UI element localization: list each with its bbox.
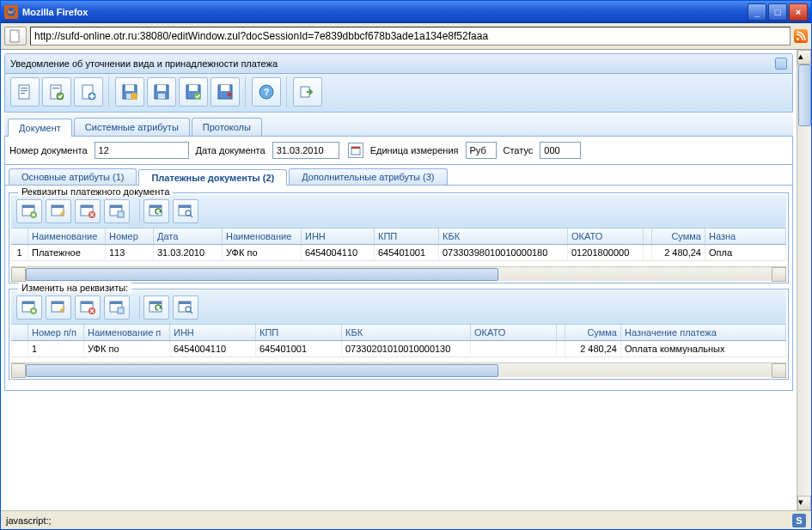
g1-hdr-kpp[interactable]: КПП xyxy=(375,228,439,244)
svg-rect-21 xyxy=(158,94,165,99)
g2-hdr-name[interactable]: Наименование п xyxy=(84,325,170,340)
fieldset-change-to: Изменить на реквизиты: Номер п/п Наимен xyxy=(9,289,789,380)
g2-add[interactable] xyxy=(16,295,42,320)
g1-hdr-date[interactable]: Дата xyxy=(154,228,223,244)
svg-rect-41 xyxy=(110,205,122,208)
g1-edit[interactable] xyxy=(46,199,71,223)
g1-hdr-okato[interactable]: ОКАТО xyxy=(568,228,644,244)
g1-hdr-rownum[interactable] xyxy=(11,228,28,244)
tab-document[interactable]: Документ xyxy=(8,119,72,137)
date-input[interactable] xyxy=(272,142,339,159)
close-button[interactable]: × xyxy=(789,3,808,21)
g2-hdr-stub[interactable] xyxy=(11,325,28,340)
g2-hdr-inn[interactable]: ИНН xyxy=(170,325,256,340)
subtab-main-attrs[interactable]: Основные атрибуты (1) xyxy=(9,168,137,185)
svg-rect-5 xyxy=(21,88,27,88)
panel-header: Уведомление об уточнении вида и принадле… xyxy=(4,53,793,74)
tb-save4[interactable] xyxy=(211,77,240,107)
g1-hscroll[interactable] xyxy=(11,266,786,281)
unit-input[interactable] xyxy=(466,142,497,159)
g2-copy[interactable] xyxy=(104,295,130,320)
status-icon[interactable]: S xyxy=(792,514,806,527)
g2-hdr-purpose[interactable]: Назначение платежа xyxy=(621,325,786,340)
g2-refresh[interactable] xyxy=(143,295,169,320)
calendar-icon[interactable] xyxy=(348,143,363,158)
g1-delete[interactable] xyxy=(75,199,101,223)
svg-rect-26 xyxy=(221,85,229,91)
subtab-payment-docs[interactable]: Платежные документы (2) xyxy=(138,169,287,186)
collapse-icon[interactable] xyxy=(775,58,787,70)
tb-export[interactable] xyxy=(293,77,322,107)
svg-rect-60 xyxy=(118,308,124,314)
tb-save3[interactable] xyxy=(179,77,208,107)
g1-search[interactable] xyxy=(173,199,198,223)
tab-protocols[interactable]: Протоколы xyxy=(192,118,262,136)
maximize-button[interactable]: □ xyxy=(768,3,787,21)
fieldset-payment-doc: Реквизиты платежного документа Наименова… xyxy=(9,192,789,283)
g2-row[interactable]: 1 УФК по 6454004110 645401001 0733020101… xyxy=(11,341,786,357)
tb-doc1[interactable] xyxy=(10,77,40,107)
g1-hdr-name2[interactable]: Наименование xyxy=(223,228,302,244)
g2-edit[interactable] xyxy=(46,295,71,320)
tb-doc3[interactable] xyxy=(74,77,103,107)
g2-hdr-okato[interactable]: ОКАТО xyxy=(471,325,557,340)
status-input[interactable] xyxy=(540,142,581,159)
svg-rect-62 xyxy=(150,302,162,304)
svg-text:?: ? xyxy=(264,87,270,97)
g2-hdr-kbk[interactable]: КБК xyxy=(342,325,471,340)
g2-delete[interactable] xyxy=(75,295,101,320)
svg-rect-51 xyxy=(22,302,34,304)
window-title: Mozilla Firefox xyxy=(22,7,748,17)
g1-hdr-purpose[interactable]: Назна xyxy=(705,228,786,244)
g1-hdr-inn[interactable]: ИНН xyxy=(302,228,375,244)
minimize-button[interactable]: _ xyxy=(748,3,766,21)
status-text: javascript:; xyxy=(6,515,52,526)
svg-rect-36 xyxy=(52,205,64,208)
g1-hdr-stub[interactable] xyxy=(644,228,652,244)
g1-hdr-sum[interactable]: Сумма xyxy=(652,228,705,244)
g2-hscroll[interactable] xyxy=(11,362,786,377)
svg-rect-16 xyxy=(125,85,134,91)
g1-copy[interactable] xyxy=(104,199,130,223)
g2-hdr-num[interactable]: Номер п/п xyxy=(28,325,84,340)
tb-save2[interactable] xyxy=(147,77,176,107)
svg-rect-33 xyxy=(22,205,34,208)
svg-rect-54 xyxy=(52,302,64,304)
rss-icon[interactable] xyxy=(794,29,808,43)
g1-hdr-name1[interactable]: Наименование xyxy=(28,228,106,244)
svg-point-18 xyxy=(131,93,137,100)
tb-save1[interactable] xyxy=(115,77,144,107)
tb-help[interactable]: ? xyxy=(252,77,281,107)
g1-hdr-num[interactable]: Номер xyxy=(106,228,154,244)
svg-rect-42 xyxy=(118,211,124,217)
g1-add[interactable] xyxy=(16,199,42,223)
svg-rect-23 xyxy=(189,85,198,91)
g1-refresh[interactable] xyxy=(143,199,169,223)
svg-rect-14 xyxy=(89,95,95,97)
g2-header: Номер п/п Наименование п ИНН КПП КБК ОКА… xyxy=(11,325,786,341)
doc-icon[interactable] xyxy=(4,27,27,46)
docnum-input[interactable] xyxy=(95,142,189,159)
main-tabs: Документ Системные атрибуты Протоколы xyxy=(4,114,793,137)
svg-rect-6 xyxy=(21,90,27,91)
page-vscroll[interactable]: ▴ ▾ xyxy=(797,50,811,510)
subtab-extra-attrs[interactable]: Дополнительные атрибуты (3) xyxy=(289,168,447,185)
svg-rect-47 xyxy=(179,205,191,208)
tab-system-attrs[interactable]: Системные атрибуты xyxy=(74,118,190,136)
panel-title: Уведомление об уточнении вида и принадле… xyxy=(10,58,278,69)
address-bar[interactable] xyxy=(30,27,791,46)
svg-rect-20 xyxy=(157,85,166,91)
svg-rect-44 xyxy=(150,205,162,208)
svg-line-49 xyxy=(190,215,192,217)
svg-rect-59 xyxy=(110,302,122,304)
svg-rect-4 xyxy=(19,85,29,99)
g1-hdr-kbk[interactable]: КБК xyxy=(439,228,568,244)
g2-hdr-e[interactable] xyxy=(557,325,565,340)
g2-hdr-sum[interactable]: Сумма xyxy=(565,325,621,340)
firefox-icon xyxy=(4,5,18,19)
svg-line-67 xyxy=(190,311,192,314)
g1-row[interactable]: 1 Платежное 113 31.03.2010 УФК по 645400… xyxy=(11,245,786,261)
tb-doc2[interactable] xyxy=(42,77,71,107)
g2-search[interactable] xyxy=(173,295,198,320)
g2-hdr-kpp[interactable]: КПП xyxy=(256,325,342,340)
